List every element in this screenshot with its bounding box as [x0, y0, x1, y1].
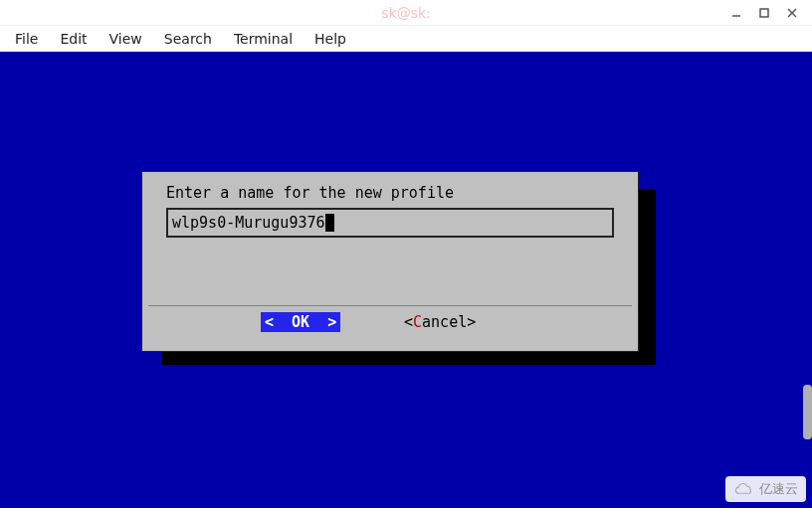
- minimize-button[interactable]: [722, 3, 750, 23]
- maximize-button[interactable]: [750, 3, 778, 23]
- menubar: File Edit View Search Terminal Help: [0, 26, 812, 52]
- menu-view[interactable]: View: [101, 28, 151, 50]
- titlebar: sk@sk:: [0, 0, 812, 26]
- cancel-button[interactable]: <Cancel>: [404, 313, 476, 331]
- profile-name-input[interactable]: wlp9s0-Murugu9376: [166, 208, 614, 238]
- profile-name-value: wlp9s0-Murugu9376: [172, 214, 325, 232]
- menu-search[interactable]: Search: [155, 28, 221, 50]
- dialog: Enter a name for the new profile wlp9s0-…: [141, 171, 639, 352]
- watermark: 亿速云: [725, 476, 806, 502]
- ok-button[interactable]: < OK >: [261, 312, 340, 332]
- close-button[interactable]: [778, 3, 806, 23]
- menu-edit[interactable]: Edit: [51, 28, 96, 50]
- dialog-prompt: Enter a name for the new profile: [166, 184, 454, 202]
- dialog-buttons: < OK > <Cancel>: [148, 309, 632, 335]
- svg-rect-1: [760, 9, 768, 17]
- scrollbar[interactable]: [802, 52, 812, 508]
- terminal-area: Enter a name for the new profile wlp9s0-…: [0, 52, 812, 508]
- window-title: sk@sk:: [381, 5, 431, 21]
- text-cursor: [325, 214, 334, 232]
- menu-file[interactable]: File: [6, 28, 47, 50]
- dialog-separator: [148, 305, 632, 306]
- cloud-icon: [733, 481, 755, 498]
- watermark-text: 亿速云: [759, 480, 798, 498]
- menu-help[interactable]: Help: [305, 28, 355, 50]
- window-controls: [722, 0, 806, 25]
- scrollbar-thumb[interactable]: [803, 385, 812, 439]
- menu-terminal[interactable]: Terminal: [225, 28, 302, 50]
